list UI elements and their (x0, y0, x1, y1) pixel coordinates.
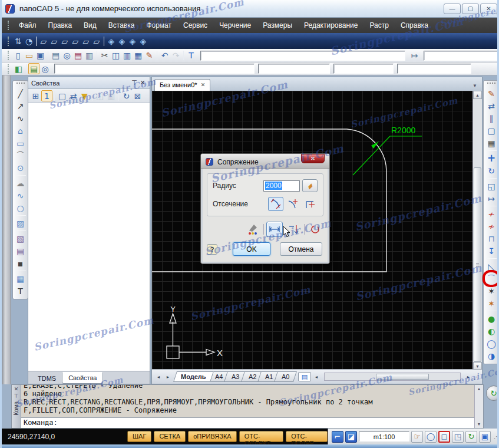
command-input[interactable]: Команда: (21, 417, 474, 428)
sheet-tab-a0[interactable]: A0 (275, 371, 298, 382)
new-file-icon[interactable]: ▯ (12, 50, 24, 61)
menu-grip[interactable] (8, 21, 9, 30)
polyline-tool-icon[interactable]: ∿ (14, 112, 27, 124)
lineweight-combo[interactable] (397, 64, 471, 74)
paste-properties-icon[interactable]: ▥ (105, 90, 117, 101)
command-history-line[interactable]: 6 найдено (24, 390, 472, 398)
vertical-scrollbar[interactable]: ▲ ▼ (472, 91, 482, 370)
bring-to-front-icon[interactable]: ● (485, 312, 498, 325)
table-tool-icon[interactable]: ▦ (14, 272, 27, 285)
undo-icon[interactable]: ↶ (159, 50, 170, 61)
toolbar-grip[interactable] (487, 83, 495, 85)
trim-icon[interactable]: ≁ (485, 207, 498, 220)
stretch-icon[interactable]: ↦ (485, 192, 498, 205)
raster-insert-icon[interactable]: ▧ (14, 232, 27, 245)
menu-item-insert[interactable]: Вставка (103, 19, 141, 32)
ok-button[interactable]: OK (233, 242, 270, 256)
scale-icon[interactable]: ◱ (485, 180, 498, 192)
break-at-point-icon[interactable]: ↧ (485, 245, 498, 257)
hscroll-left-icon[interactable]: ◄ (312, 373, 320, 381)
view-top-icon[interactable]: ▱ (38, 35, 49, 47)
text-style-combo[interactable] (200, 51, 405, 61)
dialog-title-bar[interactable]: Сопряжение ✕ (201, 154, 329, 169)
view-back-icon[interactable]: ▱ (91, 35, 102, 47)
menu-item-service[interactable]: Сервис (177, 19, 213, 32)
view-iso-ne-icon[interactable]: ◈ (127, 35, 138, 47)
palette-body[interactable] (28, 103, 150, 371)
toolbar-grip[interactable] (8, 64, 9, 74)
toolbar-grip[interactable] (8, 37, 9, 46)
menu-item-edit[interactable]: Правка (42, 19, 78, 32)
save-file-icon[interactable]: ▣ (35, 50, 46, 61)
menu-item-draw[interactable]: Черчение (213, 19, 257, 32)
explode-icon[interactable]: ✶ (485, 285, 498, 297)
menu-item-dimensions[interactable]: Размеры (257, 19, 298, 32)
chamfer-icon[interactable]: ◺ (485, 260, 498, 272)
extend-icon[interactable]: ≁ (485, 220, 498, 232)
print-settings-icon[interactable]: ▤ (72, 50, 84, 61)
menu-item-format[interactable]: Формат (140, 19, 177, 32)
zoom-realtime-icon[interactable]: ◯ (425, 431, 437, 443)
cancel-button[interactable]: Отмена (280, 242, 322, 256)
toggle-otrack-polar[interactable]: ОТС-ПОЛЯР (286, 431, 328, 442)
polygon-tool-icon[interactable]: ⌂ (14, 124, 27, 137)
plot-icon[interactable]: ▥ (84, 50, 95, 61)
circle-tool-icon[interactable]: ⊙ (14, 162, 27, 174)
command-history[interactable]: E,ERASE,С,СТЕРЕТЬ - Удаление6 найденоR,R… (21, 385, 474, 417)
format-painter-icon[interactable]: ✎ (144, 50, 155, 61)
spline-tool-icon[interactable]: ∿ (14, 189, 27, 202)
mirror-icon[interactable]: ⇄ (485, 100, 498, 112)
vertical-scrollbar-thumb[interactable] (474, 167, 481, 362)
find-object-icon[interactable]: ◎ (39, 63, 51, 74)
select-objects-icon[interactable]: ▢ (57, 90, 68, 101)
horizontal-scrollbar[interactable] (324, 373, 461, 381)
external-reference-icon[interactable]: ◧ (13, 63, 24, 74)
close-button[interactable]: ✕ (480, 4, 497, 14)
menu-item-raster[interactable]: Растр (363, 19, 394, 32)
measure-radius-button[interactable]: ▰ (302, 179, 318, 192)
move-icon[interactable]: + (485, 152, 498, 164)
fillet-icon[interactable]: ⌒ (485, 272, 498, 285)
rectangle-tool-icon[interactable]: ▭ (14, 137, 27, 149)
copy-properties-icon[interactable]: ◫ (94, 90, 105, 101)
select-settings-button[interactable] (244, 222, 261, 237)
help-button[interactable]: ? (207, 244, 217, 255)
view-iso-se-icon[interactable]: ◈ (117, 35, 127, 47)
view-right-icon[interactable]: ▱ (70, 35, 81, 47)
menu-item-view[interactable]: Вид (78, 19, 103, 32)
menu-item-help[interactable]: Справка (395, 19, 434, 32)
break-icon[interactable]: ⊓ (485, 232, 498, 245)
scale-field[interactable]: m1:100 (359, 431, 409, 442)
view-bottom-icon[interactable]: ▱ (49, 35, 60, 47)
restore-button[interactable]: ▢ (462, 4, 479, 14)
dialog-close-button[interactable]: ✕ (301, 154, 325, 163)
sheet-next-icon[interactable]: ► (164, 373, 172, 381)
cut-icon[interactable]: ✂ (99, 50, 110, 61)
notes-icon[interactable]: ▤ (28, 63, 39, 74)
scroll-up-icon[interactable]: ▲ (473, 91, 482, 99)
command-history-line[interactable]: R,REC,RECT,RECTANG,RECTANGLE,ПРЯ,ПРЯМОУГ… (24, 398, 472, 406)
point-tool-icon[interactable]: ▪ (14, 257, 27, 269)
palette-tab-tdms[interactable]: TDMS (32, 373, 62, 384)
rotate-selection-icon[interactable]: ↻ (121, 90, 132, 101)
palette-close-icon[interactable]: ✕ (138, 79, 147, 87)
toolbar-grip[interactable] (8, 51, 9, 60)
show-selected-icon[interactable]: 1 (41, 90, 52, 101)
array-icon[interactable]: ▦ (485, 137, 498, 149)
print-icon[interactable]: ▤ (50, 50, 61, 61)
line-tool-icon[interactable]: ╱ (14, 87, 27, 100)
pan-icon[interactable]: ⇅ (13, 35, 24, 47)
dimension-style-combo[interactable] (424, 51, 499, 61)
zoom-extents-icon[interactable]: ◳ (452, 431, 464, 443)
offset-icon[interactable]: ∥ (485, 112, 498, 124)
toggle-step[interactable]: ШАГ (127, 431, 151, 442)
show-all-icon[interactable]: ▣ (479, 431, 491, 443)
command-close-icon[interactable]: ✕ (14, 386, 19, 393)
zoom-window-icon[interactable]: ◻ (438, 431, 450, 443)
match-properties-icon[interactable]: ✎ (485, 87, 498, 100)
layer-combo[interactable] (54, 64, 255, 74)
boundary-icon[interactable]: ▢ (485, 124, 498, 137)
color-combo[interactable] (258, 64, 330, 74)
palette-tab-properties[interactable]: Свойства (62, 372, 103, 384)
linetype-combo[interactable] (333, 64, 394, 74)
